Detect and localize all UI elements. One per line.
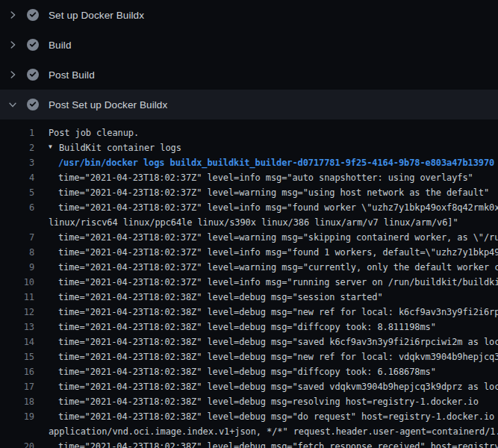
log-line-text: time="2021-04-23T18:02:37Z" level=info m… — [58, 170, 473, 185]
log-line-number[interactable] — [0, 424, 34, 439]
log-line: 13 ▼ time="2021-04-23T18:02:38Z" level=d… — [0, 320, 498, 335]
log-line: 20 ▼ time="2021-04-23T18:02:38Z" level=d… — [0, 439, 498, 448]
check-circle-icon — [27, 39, 39, 51]
log-line-text: time="2021-04-23T18:02:38Z" level=debug … — [58, 394, 479, 409]
log-line-text: /usr/bin/docker logs buildx_buildkit_bui… — [58, 155, 494, 170]
log-line: 8 ▼ time="2021-04-23T18:02:37Z" level=in… — [0, 245, 498, 260]
step-label: Post Build — [49, 69, 95, 81]
log-line: 10 ▼ time="2021-04-23T18:02:37Z" level=i… — [0, 275, 498, 290]
log-line-number[interactable] — [0, 215, 34, 230]
log-line: 5 ▼ time="2021-04-23T18:02:37Z" level=wa… — [0, 185, 498, 200]
log-line: 1 ▼ Post job cleanup. — [0, 125, 498, 140]
log-line: 3 ▼ /usr/bin/docker logs buildx_buildkit… — [0, 155, 498, 170]
log-line: 17 ▼ time="2021-04-23T18:02:38Z" level=d… — [0, 379, 498, 394]
log-line-number[interactable]: 15 — [0, 349, 34, 364]
log-line-text: time="2021-04-23T18:02:37Z" level=warnin… — [58, 185, 489, 200]
log-line: 14 ▼ time="2021-04-23T18:02:38Z" level=d… — [0, 335, 498, 349]
log-line-text[interactable]: BuildKit container logs — [59, 140, 181, 155]
log-line-number[interactable]: 16 — [0, 364, 34, 379]
log-line-number[interactable]: 12 — [0, 305, 34, 320]
log-line-number[interactable]: 13 — [0, 320, 34, 335]
log-line-text: time="2021-04-23T18:02:37Z" level=info m… — [58, 275, 498, 290]
log-line-number[interactable]: 1 — [0, 125, 34, 140]
log-line-number[interactable]: 4 — [0, 170, 34, 185]
log-line-number[interactable]: 17 — [0, 379, 34, 394]
chevron-down-icon — [7, 99, 27, 111]
log-line-text: time="2021-04-23T18:02:37Z" level=info m… — [58, 200, 498, 215]
check-circle-icon — [27, 9, 39, 21]
log-line-text: linux/riscv64 linux/ppc64le linux/s390x … — [49, 215, 458, 230]
check-circle-icon — [27, 99, 39, 111]
log-line-text: time="2021-04-23T18:02:38Z" level=debug … — [58, 305, 498, 320]
log-line-number[interactable]: 8 — [0, 245, 34, 260]
check-circle-icon — [27, 69, 39, 81]
log-line-number[interactable]: 2 — [0, 140, 34, 155]
log-line: 16 ▼ time="2021-04-23T18:02:38Z" level=d… — [0, 364, 498, 379]
log-line: 12 ▼ time="2021-04-23T18:02:38Z" level=d… — [0, 305, 498, 320]
log-line-number[interactable]: 14 — [0, 335, 34, 349]
log-line: 2 ▼ BuildKit container logs — [0, 140, 498, 155]
log-line-text: time="2021-04-23T18:02:38Z" level=debug … — [58, 320, 436, 335]
log-line-text: time="2021-04-23T18:02:37Z" level=warnin… — [58, 230, 498, 245]
step-row-set-up-docker-buildx[interactable]: Set up Docker Buildx — [0, 0, 498, 30]
log-line: 7 ▼ time="2021-04-23T18:02:37Z" level=wa… — [0, 230, 498, 245]
log-line-text: time="2021-04-23T18:02:37Z" level=info m… — [58, 245, 498, 260]
log-line-number[interactable]: 11 — [0, 290, 34, 305]
step-row-build[interactable]: Build — [0, 30, 498, 60]
chevron-right-icon — [7, 69, 27, 81]
log-line: 11 ▼ time="2021-04-23T18:02:38Z" level=d… — [0, 290, 498, 305]
log-line-number[interactable]: 5 — [0, 185, 34, 200]
log-line-number[interactable]: 7 — [0, 230, 34, 245]
log-line-number[interactable]: 18 — [0, 394, 34, 409]
log-line: 4 ▼ time="2021-04-23T18:02:37Z" level=in… — [0, 170, 498, 185]
log-line-text: time="2021-04-23T18:02:38Z" level=debug … — [58, 335, 498, 349]
actions-log-viewer: Set up Docker Buildx Build Post Build — [0, 0, 498, 448]
log-line-text: Post job cleanup. — [49, 125, 139, 140]
log-line-number[interactable]: 9 — [0, 260, 34, 275]
log-line-text: time="2021-04-23T18:02:38Z" level=debug … — [58, 349, 498, 364]
log-line-number[interactable]: 10 — [0, 275, 34, 290]
chevron-right-icon — [7, 39, 27, 51]
log-line-text: time="2021-04-23T18:02:38Z" level=debug … — [58, 409, 498, 424]
log-line-number[interactable]: 19 — [0, 409, 34, 424]
step-row-post-build[interactable]: Post Build — [0, 60, 498, 90]
log-line: 15 ▼ time="2021-04-23T18:02:38Z" level=d… — [0, 349, 498, 364]
chevron-right-icon — [7, 9, 27, 21]
log-line-text: time="2021-04-23T18:02:38Z" level=debug … — [58, 364, 436, 379]
log-line: 19 ▼ time="2021-04-23T18:02:38Z" level=d… — [0, 409, 498, 424]
log-line: ▼ application/vnd.oci.image.index.v1+jso… — [0, 424, 498, 439]
log-line-text: time="2021-04-23T18:02:38Z" level=debug … — [58, 379, 498, 394]
log-line: 6 ▼ time="2021-04-23T18:02:37Z" level=in… — [0, 200, 498, 215]
log-line-number[interactable]: 3 — [0, 155, 34, 170]
step-label: Set up Docker Buildx — [49, 10, 144, 21]
step-row-post-set-up-docker-buildx[interactable]: Post Set up Docker Buildx — [0, 90, 498, 119]
log-line-text: time="2021-04-23T18:02:38Z" level=debug … — [58, 439, 498, 448]
log-line: 18 ▼ time="2021-04-23T18:02:38Z" level=d… — [0, 394, 498, 409]
step-list: Set up Docker Buildx Build Post Build — [0, 0, 498, 119]
log-line-number[interactable]: 6 — [0, 200, 34, 215]
log-line: ▼ linux/riscv64 linux/ppc64le linux/s390… — [0, 215, 498, 230]
log-line-text: application/vnd.oci.image.index.v1+json,… — [49, 424, 498, 439]
triangle-down-icon[interactable]: ▼ — [49, 140, 59, 155]
step-label: Build — [49, 40, 72, 51]
log-line: 9 ▼ time="2021-04-23T18:02:37Z" level=wa… — [0, 260, 498, 275]
log-line-text: time="2021-04-23T18:02:38Z" level=debug … — [58, 290, 383, 305]
log-output: 1 ▼ Post job cleanup. 2 ▼ BuildKit conta… — [0, 119, 498, 448]
log-line-text: time="2021-04-23T18:02:37Z" level=warnin… — [58, 260, 498, 275]
step-label: Post Set up Docker Buildx — [49, 99, 167, 111]
log-line-number[interactable]: 20 — [0, 439, 34, 448]
